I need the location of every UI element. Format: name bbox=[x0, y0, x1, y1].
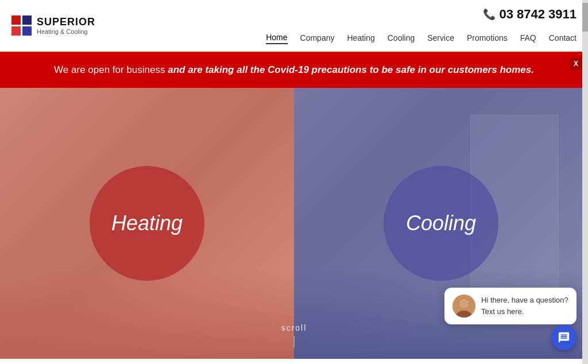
nav-cooling[interactable]: Cooling bbox=[388, 33, 415, 44]
heating-circle[interactable]: Heating bbox=[90, 166, 204, 281]
nav-faq[interactable]: FAQ bbox=[520, 33, 536, 44]
chat-message-text: Hi there, have a question? Text us here. bbox=[481, 295, 568, 317]
logo-sub: Heating & Cooling bbox=[37, 28, 95, 35]
scrollbar[interactable] bbox=[582, 0, 588, 364]
banner-text-normal: We are open for business bbox=[54, 64, 168, 75]
scrollbar-thumb[interactable] bbox=[582, 3, 588, 32]
logo-cell-3 bbox=[11, 26, 21, 36]
nav-promotions[interactable]: Promotions bbox=[467, 33, 508, 44]
phone-icon: 📞 bbox=[483, 8, 496, 21]
scroll-line bbox=[293, 336, 294, 347]
header: SUPERIOR Heating & Cooling 📞 03 8742 391… bbox=[0, 0, 588, 52]
logo-cell-4 bbox=[22, 26, 32, 36]
svg-point-1 bbox=[459, 299, 469, 308]
hero-heating-side[interactable]: Heating bbox=[0, 88, 294, 359]
logo-icon bbox=[11, 16, 32, 36]
nav: Home Company Heating Cooling Service Pro… bbox=[266, 33, 577, 44]
banner-text-bold: and are taking all the Covid-19 precauti… bbox=[168, 64, 534, 75]
heating-label: Heating bbox=[111, 211, 183, 235]
covid-banner: We are open for business and are taking … bbox=[0, 52, 588, 88]
logo-cell-2 bbox=[22, 16, 32, 25]
nav-service[interactable]: Service bbox=[427, 33, 454, 44]
scroll-text: scroll bbox=[281, 323, 307, 332]
banner-close-button[interactable]: X bbox=[570, 57, 582, 70]
logo-name: SUPERIOR bbox=[37, 16, 95, 28]
nav-company[interactable]: Company bbox=[300, 33, 335, 44]
cooling-circle[interactable]: Cooling bbox=[384, 166, 498, 281]
scroll-indicator: scroll bbox=[281, 323, 307, 347]
logo-text: SUPERIOR Heating & Cooling bbox=[37, 16, 95, 35]
chat-icon bbox=[558, 331, 570, 344]
nav-contact[interactable]: Contact bbox=[549, 33, 577, 44]
logo-cell-1 bbox=[11, 16, 21, 25]
nav-home[interactable]: Home bbox=[266, 33, 287, 44]
banner-text: We are open for business and are taking … bbox=[34, 62, 554, 78]
phone-area[interactable]: 📞 03 8742 3911 bbox=[483, 7, 577, 22]
chat-button[interactable] bbox=[551, 325, 577, 350]
chat-avatar bbox=[452, 295, 475, 317]
phone-number: 03 8742 3911 bbox=[499, 7, 577, 22]
chat-bubble: Hi there, have a question? Text us here. bbox=[444, 288, 577, 324]
logo-area: SUPERIOR Heating & Cooling bbox=[11, 16, 95, 36]
nav-heating[interactable]: Heating bbox=[347, 33, 374, 44]
cooling-label: Cooling bbox=[406, 211, 476, 235]
hero-section: Heating Cooling scroll Hi there, have a … bbox=[0, 88, 588, 359]
